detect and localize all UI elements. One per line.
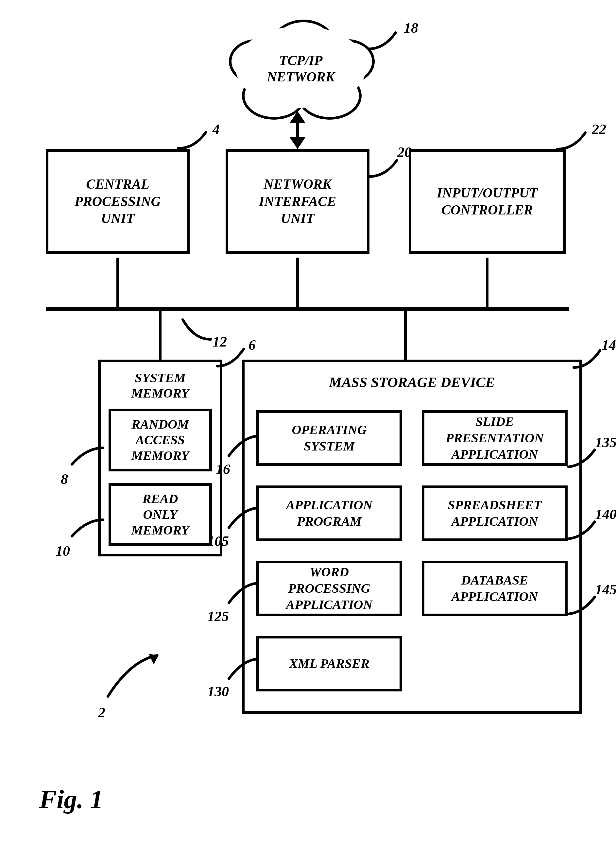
spread-line1: SPREADSHEET	[448, 497, 542, 512]
tick-130	[225, 656, 258, 682]
tick-145	[567, 594, 600, 617]
slide-line2: PRESENTATION	[446, 430, 544, 445]
db-cell: DATABASE APPLICATION	[422, 561, 568, 616]
xml-cell: XML PARSER	[257, 636, 402, 691]
os-line1: OPERATING	[292, 422, 367, 437]
ref-140: 140	[595, 506, 616, 523]
ioc-block: INPUT/OUTPUT CONTROLLER	[409, 149, 566, 254]
app-line1: APPLICATION	[286, 497, 373, 512]
word-cell: WORD PROCESSING APPLICATION	[257, 561, 402, 616]
ref-6: 6	[249, 337, 256, 353]
tick-125	[225, 580, 258, 606]
cpu-line2: PROCESSING	[75, 193, 161, 210]
sysmem-bus-connector	[159, 311, 161, 360]
system-bus	[46, 307, 569, 311]
niu-line3: UNIT	[281, 210, 315, 227]
slide-line3: APPLICATION	[452, 447, 538, 462]
tick-135	[567, 447, 600, 470]
tick-16	[225, 433, 258, 459]
tick-12	[181, 316, 217, 343]
tick-18	[366, 30, 402, 52]
spread-line2: APPLICATION	[452, 514, 538, 529]
tick-105	[225, 505, 258, 531]
ioc-line2: CONTROLLER	[441, 201, 533, 219]
ref-130: 130	[207, 683, 229, 700]
ioc-bus-connector	[486, 258, 488, 307]
figure-label: Fig. 1	[39, 785, 103, 814]
diagram-page: TCP/IP NETWORK CENTRAL PROCESSING UNIT N…	[0, 0, 616, 849]
mass-storage-block: MASS STORAGE DEVICE OPERATING SYSTEM SLI…	[242, 360, 582, 713]
cloud-label-line1: TCP/IP	[279, 53, 323, 68]
ref-16: 16	[216, 461, 230, 478]
ioc-line1: INPUT/OUTPUT	[437, 185, 537, 202]
tick-8	[69, 445, 104, 468]
ref-145: 145	[595, 581, 616, 598]
os-line2: SYSTEM	[304, 439, 355, 453]
slide-line1: SLIDE	[476, 414, 514, 429]
sysmem-title: SYSTEM MEMORY	[109, 370, 212, 401]
tick-6	[216, 347, 249, 369]
xml-line1: XML PARSER	[289, 656, 370, 671]
cloud-label-line2: NETWORK	[267, 69, 335, 84]
ref-4: 4	[213, 121, 220, 138]
tick-4	[176, 129, 213, 152]
word-line2: PROCESSING	[288, 581, 370, 596]
mass-title: MASS STORAGE DEVICE	[257, 374, 568, 391]
app-line2: PROGRAM	[297, 514, 362, 529]
ref-22: 22	[592, 121, 606, 138]
ref-8: 8	[61, 471, 68, 487]
tick-140	[567, 519, 600, 542]
slide-cell: SLIDE PRESENTATION APPLICATION	[422, 410, 568, 466]
ref-125: 125	[207, 608, 229, 625]
ref-105: 105	[207, 533, 229, 550]
ram-line2: ACCESS	[135, 432, 185, 447]
ref-14: 14	[602, 337, 616, 353]
system-memory-block: SYSTEM MEMORY RANDOM ACCESS MEMORY READ …	[98, 360, 222, 556]
ram-line3: MEMORY	[131, 448, 189, 463]
niu-line1: NETWORK	[264, 176, 331, 193]
ref-135: 135	[595, 434, 616, 451]
niu-bus-connector	[296, 258, 299, 307]
ram-line1: RANDOM	[131, 417, 189, 432]
mass-bus-connector	[404, 311, 407, 360]
app-cell: APPLICATION PROGRAM	[257, 486, 402, 541]
niu-line2: INTERFACE	[259, 193, 336, 210]
db-line2: APPLICATION	[452, 589, 538, 604]
ref-18: 18	[404, 19, 418, 36]
cpu-bus-connector	[116, 258, 119, 307]
tcpip-network-cloud: TCP/IP NETWORK	[222, 19, 379, 118]
rom-line2: ONLY	[143, 507, 177, 522]
rom-line3: MEMORY	[131, 523, 189, 538]
ram-block: RANDOM ACCESS MEMORY	[109, 409, 212, 471]
arrow-down-icon	[290, 137, 306, 149]
ref-2: 2	[98, 704, 105, 721]
word-line3: APPLICATION	[286, 597, 373, 612]
tick-2	[101, 654, 160, 700]
word-line1: WORD	[310, 565, 349, 579]
os-cell: OPERATING SYSTEM	[257, 410, 402, 466]
niu-block: NETWORK INTERFACE UNIT	[225, 149, 370, 254]
cpu-line3: UNIT	[101, 210, 135, 227]
ref-10: 10	[55, 543, 70, 559]
rom-block: READ ONLY MEMORY	[109, 483, 212, 546]
cpu-block: CENTRAL PROCESSING UNIT	[46, 149, 189, 254]
cpu-line1: CENTRAL	[86, 176, 149, 193]
rom-line1: READ	[143, 492, 178, 506]
spread-cell: SPREADSHEET APPLICATION	[422, 486, 568, 541]
tick-10	[69, 517, 104, 539]
db-line1: DATABASE	[461, 573, 528, 587]
tick-14	[572, 348, 605, 371]
